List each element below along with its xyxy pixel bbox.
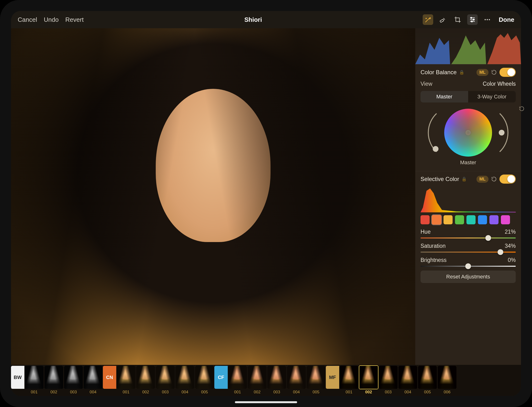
swatch-0[interactable] bbox=[420, 215, 430, 224]
preset-thumb[interactable]: 002 bbox=[247, 365, 267, 395]
wheel-label: Master bbox=[420, 159, 516, 168]
saturation-slider[interactable] bbox=[420, 252, 516, 253]
more-icon[interactable] bbox=[482, 14, 493, 25]
svg-point-2 bbox=[473, 19, 474, 20]
svg-point-4 bbox=[485, 19, 486, 20]
preset-thumb[interactable]: 001 bbox=[228, 365, 247, 395]
adjustments-icon[interactable] bbox=[467, 14, 478, 25]
preset-label: 002 bbox=[142, 390, 149, 395]
right-arc-slider[interactable] bbox=[498, 111, 508, 154]
selective-color-section: Selective Color 🔒 ML bbox=[415, 171, 521, 286]
preset-label: 004 bbox=[182, 390, 188, 395]
preset-group-cn[interactable]: CN bbox=[103, 366, 116, 389]
svg-point-1 bbox=[471, 17, 472, 18]
swatch-3[interactable] bbox=[455, 215, 464, 224]
preset-thumb[interactable]: 005 bbox=[418, 365, 437, 395]
magic-ml-icon[interactable] bbox=[423, 14, 433, 25]
cancel-button[interactable]: Cancel bbox=[18, 16, 37, 23]
left-arc-slider[interactable] bbox=[428, 111, 439, 154]
preset-thumb[interactable]: 002 bbox=[44, 365, 64, 395]
swatch-2[interactable] bbox=[443, 215, 453, 224]
preset-label: 005 bbox=[201, 390, 208, 395]
preset-label: 005 bbox=[424, 390, 431, 395]
svg-rect-0 bbox=[440, 19, 444, 23]
preset-thumb[interactable]: 005 bbox=[195, 365, 214, 395]
image-canvas[interactable] bbox=[11, 28, 415, 365]
preset-label: 001 bbox=[346, 390, 352, 395]
reset-icon[interactable] bbox=[491, 69, 497, 75]
revert-button[interactable]: Revert bbox=[65, 16, 84, 23]
preset-thumb[interactable]: 001 bbox=[24, 365, 44, 395]
home-indicator bbox=[235, 401, 297, 403]
swatch-6[interactable] bbox=[489, 215, 499, 224]
toolbar: Cancel Undo Revert Shiori bbox=[11, 11, 521, 28]
preset-thumb[interactable]: 005 bbox=[306, 365, 326, 395]
preset-thumb[interactable]: 003 bbox=[379, 365, 398, 395]
preset-thumb[interactable]: 006 bbox=[437, 365, 457, 395]
preset-filmstrip[interactable]: BW001002003004CN001002003004005CF0010020… bbox=[11, 365, 521, 396]
brightness-label: Brightness bbox=[420, 257, 447, 263]
color-swatches bbox=[420, 215, 516, 224]
document-title: Shiori bbox=[84, 16, 423, 23]
adjustments-sidebar: Color Balance 🔒 ML View Color Wheels Mas… bbox=[415, 28, 521, 365]
preset-thumb[interactable]: 004 bbox=[175, 365, 195, 395]
saturation-label: Saturation bbox=[420, 243, 446, 249]
view-label: View bbox=[420, 81, 432, 87]
reset-icon[interactable] bbox=[491, 176, 497, 182]
portrait-preview bbox=[11, 28, 415, 365]
preset-group-cf[interactable]: CF bbox=[214, 366, 228, 389]
preset-thumb[interactable]: 004 bbox=[83, 365, 103, 395]
preset-label: 004 bbox=[90, 390, 96, 395]
swatch-5[interactable] bbox=[478, 215, 487, 224]
undo-button[interactable]: Undo bbox=[44, 16, 59, 23]
preset-label: 001 bbox=[31, 390, 38, 395]
color-balance-toggle[interactable] bbox=[500, 68, 516, 77]
preset-label: 004 bbox=[293, 390, 300, 395]
preset-group-mf[interactable]: MF bbox=[326, 366, 339, 389]
preset-label: 003 bbox=[385, 390, 392, 395]
hue-value: 21% bbox=[505, 229, 516, 235]
svg-point-5 bbox=[487, 19, 488, 20]
tab-master[interactable]: Master bbox=[420, 91, 468, 102]
preset-thumb[interactable]: 002 bbox=[136, 365, 155, 395]
ml-badge[interactable]: ML bbox=[477, 69, 488, 76]
tab-3way[interactable]: 3-Way Color bbox=[468, 91, 516, 102]
repair-icon[interactable] bbox=[438, 14, 448, 25]
preset-thumb[interactable]: 004 bbox=[287, 365, 306, 395]
hue-slider[interactable] bbox=[420, 237, 516, 238]
reset-adjustments-button[interactable]: Reset Adjustments bbox=[420, 271, 516, 283]
preset-group-bw[interactable]: BW bbox=[11, 366, 24, 389]
done-button[interactable]: Done bbox=[499, 16, 514, 23]
swatch-4[interactable] bbox=[466, 215, 476, 224]
preset-label: 002 bbox=[254, 390, 260, 395]
preset-thumb[interactable]: 001 bbox=[339, 365, 359, 395]
preset-thumb[interactable]: 002 bbox=[359, 365, 379, 395]
crop-icon[interactable] bbox=[452, 14, 463, 25]
preset-label: 002 bbox=[51, 390, 57, 395]
preset-label: 003 bbox=[70, 390, 77, 395]
wheel-reset-icon[interactable] bbox=[519, 106, 521, 112]
view-value[interactable]: Color Wheels bbox=[483, 81, 516, 87]
svg-point-6 bbox=[489, 19, 490, 20]
preset-thumb[interactable]: 003 bbox=[267, 365, 287, 395]
preset-label: 003 bbox=[274, 390, 280, 395]
preset-thumb[interactable]: 003 bbox=[64, 365, 83, 395]
preset-thumb[interactable]: 001 bbox=[116, 365, 136, 395]
lock-icon: 🔒 bbox=[461, 176, 467, 182]
preset-thumb[interactable]: 004 bbox=[398, 365, 418, 395]
color-balance-mode-segment[interactable]: Master 3-Way Color bbox=[420, 91, 516, 102]
brightness-slider[interactable] bbox=[420, 266, 516, 267]
preset-label: 004 bbox=[404, 390, 411, 395]
svg-point-3 bbox=[471, 21, 472, 22]
selective-color-toggle[interactable] bbox=[500, 174, 516, 184]
lock-icon: 🔒 bbox=[459, 70, 464, 75]
preset-thumb[interactable]: 003 bbox=[155, 365, 175, 395]
swatch-1[interactable] bbox=[432, 215, 441, 225]
swatch-7[interactable] bbox=[501, 215, 510, 224]
ml-badge[interactable]: ML bbox=[477, 176, 488, 183]
preset-label: 002 bbox=[365, 390, 372, 395]
color-wheel[interactable] bbox=[444, 109, 492, 157]
saturation-value: 34% bbox=[505, 243, 516, 249]
preset-label: 001 bbox=[234, 390, 241, 395]
svg-point-7 bbox=[433, 146, 439, 152]
